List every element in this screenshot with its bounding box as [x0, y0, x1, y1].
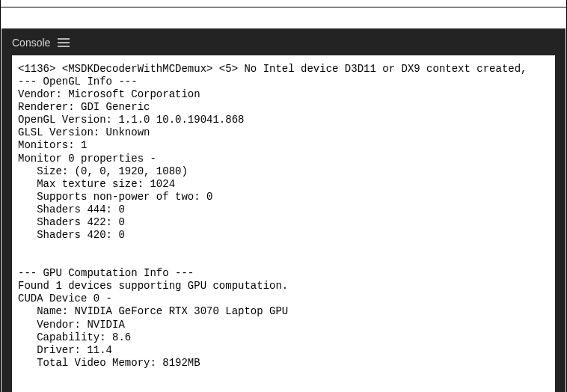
console-panel-header: Console [1, 28, 566, 55]
panel-menu-icon[interactable] [58, 38, 70, 47]
console-line: Renderer: GDI Generic [18, 101, 549, 114]
console-line: Size: (0, 0, 1920, 1080) [18, 165, 549, 178]
console-line [18, 242, 549, 254]
console-line [18, 254, 549, 267]
console-line: GLSL Version: Unknown [18, 126, 549, 139]
toolbar-spacer [1, 7, 566, 28]
console-line: Shaders 422: 0 [18, 216, 549, 229]
app-window: Console <1136> <MSDKDecoderWithMCDemux> … [0, 0, 567, 392]
console-line: CUDA Device 0 - [18, 293, 549, 305]
console-line: Max texture size: 1024 [18, 178, 549, 191]
console-line: Total Video Memory: 8192MB [18, 357, 549, 370]
console-line: Monitor 0 properties - [18, 153, 549, 165]
console-line: --- OpenGL Info --- [18, 76, 549, 88]
console-line: Vendor: Microsoft Corporation [18, 88, 549, 101]
console-panel: Console <1136> <MSDKDecoderWithMCDemux> … [1, 28, 566, 392]
console-line: <1136> <MSDKDecoderWithMCDemux> <5> No I… [18, 63, 549, 76]
console-line: Monitors: 1 [18, 139, 549, 152]
console-line: Capability: 8.6 [18, 331, 549, 344]
console-line: Shaders 420: 0 [18, 229, 549, 242]
console-output: <1136> <MSDKDecoderWithMCDemux> <5> No I… [12, 55, 555, 392]
console-line: Shaders 444: 0 [18, 203, 549, 216]
window-titlebar-strip [1, 0, 566, 7]
console-line: Name: NVIDIA GeForce RTX 3070 Laptop GPU [18, 305, 549, 318]
console-line: Driver: 11.4 [18, 344, 549, 357]
console-panel-title: Console [12, 37, 50, 49]
console-line: Vendor: NVIDIA [18, 319, 549, 331]
console-line: Found 1 devices supporting GPU computati… [18, 280, 549, 293]
console-line: --- GPU Computation Info --- [18, 267, 549, 280]
console-line: OpenGL Version: 1.1.0 10.0.19041.868 [18, 114, 549, 126]
console-line: Supports non-power of two: 0 [18, 191, 549, 203]
